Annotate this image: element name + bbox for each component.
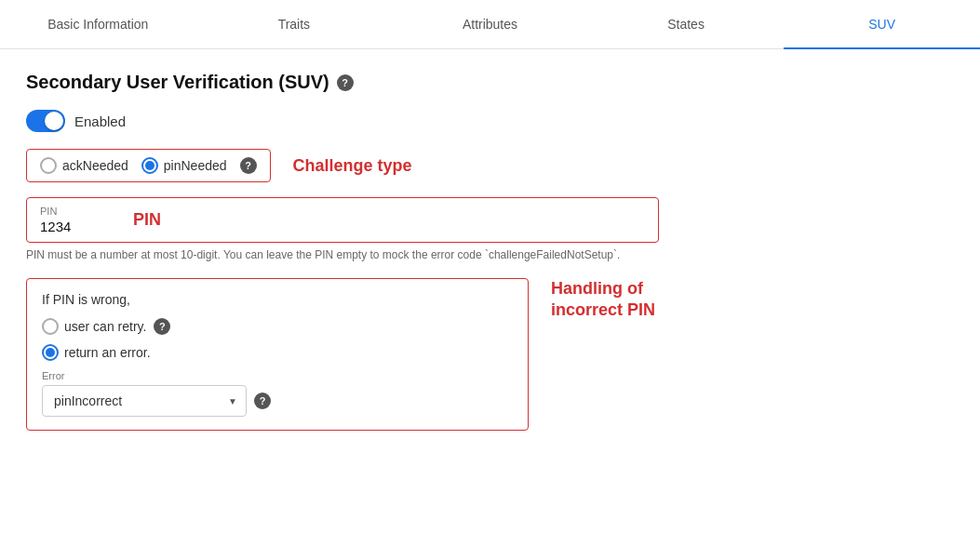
error-help-icon[interactable]: ? (254, 393, 271, 409)
radio-error[interactable]: return an error. (42, 344, 151, 361)
challenge-type-row: ackNeeded pinNeeded ? Challenge type (26, 149, 954, 182)
radio-error-row: return an error. (42, 344, 513, 361)
pin-input-label: PIN (40, 206, 114, 217)
dropdown-label: Error (42, 370, 513, 381)
tab-states[interactable]: States (588, 0, 785, 48)
pin-input-value[interactable]: 1234 (40, 219, 114, 234)
radio-retry-label: user can retry. (64, 319, 146, 334)
incorrect-pin-title: If PIN is wrong, (42, 292, 513, 307)
toggle-row: Enabled (26, 110, 954, 132)
page-title-text: Secondary User Verification (SUV) (26, 72, 329, 93)
challenge-type-help-icon[interactable]: ? (240, 157, 257, 174)
error-dropdown[interactable]: pinIncorrect pinExpired pinLocked (42, 385, 247, 417)
incorrect-pin-annotation: Handling of incorrect PIN (551, 278, 655, 322)
incorrect-pin-box: If PIN is wrong, user can retry. ? retur… (26, 278, 529, 431)
tab-traits[interactable]: Traits (196, 0, 393, 48)
pin-hint: PIN must be a number at most 10-digit. Y… (26, 248, 659, 261)
radio-retry-circle (42, 318, 59, 335)
title-help-icon[interactable]: ? (337, 74, 354, 91)
pin-annotation: PIN (133, 210, 161, 230)
tab-bar: Basic Information Traits Attributes Stat… (0, 0, 980, 49)
incorrect-pin-annotation-container: Handling of incorrect PIN (544, 278, 655, 322)
retry-help-icon[interactable]: ? (154, 318, 170, 335)
radio-retry[interactable]: user can retry. (42, 318, 146, 335)
dropdown-row: Error pinIncorrect pinExpired pinLocked … (42, 370, 513, 417)
toggle-label: Enabled (74, 113, 126, 129)
radio-pin-needed[interactable]: pinNeeded (141, 157, 227, 174)
challenge-type-annotation: Challenge type (293, 156, 412, 176)
page-title: Secondary User Verification (SUV) ? (26, 72, 954, 93)
incorrect-pin-row: If PIN is wrong, user can retry. ? retur… (26, 278, 954, 431)
main-content: Secondary User Verification (SUV) ? Enab… (0, 49, 980, 453)
radio-pin-needed-circle (141, 157, 158, 174)
pin-field-wrapper: PIN 1234 PIN (26, 197, 659, 243)
radio-pin-needed-label: pinNeeded (164, 158, 227, 173)
radio-ack-needed[interactable]: ackNeeded (40, 157, 128, 174)
tab-attributes[interactable]: Attributes (392, 0, 588, 48)
error-dropdown-container: pinIncorrect pinExpired pinLocked (42, 385, 247, 417)
challenge-type-box: ackNeeded pinNeeded ? (26, 149, 271, 182)
radio-retry-row: user can retry. ? (42, 318, 513, 335)
tab-basic-information[interactable]: Basic Information (0, 0, 196, 48)
radio-ack-needed-circle (40, 157, 57, 174)
radio-ack-needed-label: ackNeeded (62, 158, 128, 173)
dropdown-wrapper: pinIncorrect pinExpired pinLocked ? (42, 385, 513, 417)
pin-input-group: PIN 1234 (40, 206, 114, 234)
radio-error-circle (42, 344, 59, 361)
radio-error-label: return an error. (64, 345, 151, 360)
tab-suv[interactable]: SUV (784, 0, 980, 48)
enabled-toggle[interactable] (26, 110, 65, 132)
